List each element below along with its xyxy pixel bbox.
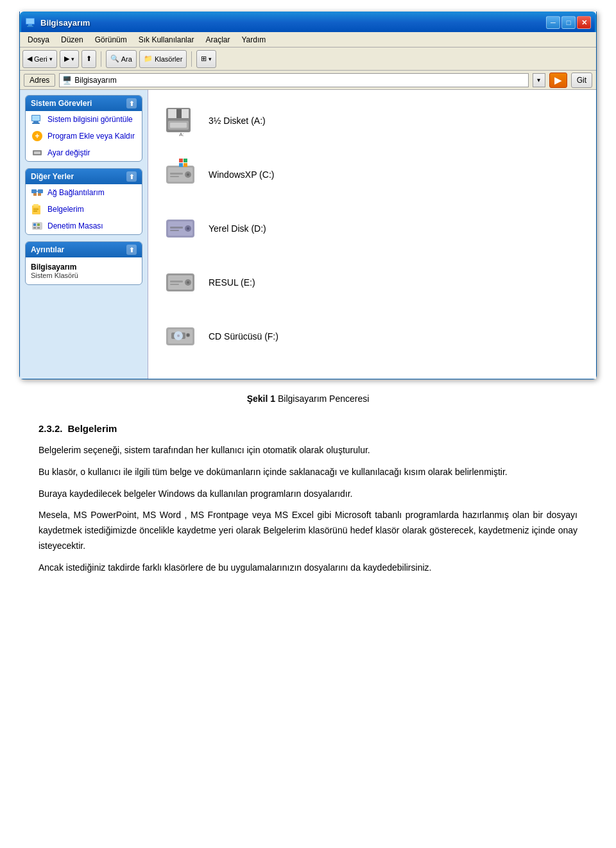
sistem-gorevleri-collapse-btn[interactable]: ⬆ bbox=[126, 98, 137, 108]
sidebar-item-program-ekle[interactable]: + Program Ekle veya Kaldır bbox=[26, 128, 142, 144]
svg-rect-24 bbox=[33, 227, 36, 229]
menu-sik-kullanilanlar[interactable]: Sık Kullanılanlar bbox=[133, 34, 200, 46]
window-title: Bilgisayarım bbox=[40, 18, 90, 28]
forward-button[interactable]: ▶ ▾ bbox=[60, 50, 79, 68]
menu-gorunum[interactable]: Görünüm bbox=[90, 34, 132, 46]
address-go-arrow[interactable]: ▶ bbox=[549, 73, 567, 88]
svg-rect-52 bbox=[170, 281, 183, 282]
svg-rect-46 bbox=[170, 227, 183, 229]
svg-rect-12 bbox=[31, 189, 37, 193]
sidebar-section-ayrintilar: Ayrıntılar ⬆ Bilgisayarım Sistem Klasörü bbox=[25, 241, 142, 285]
ayrintilar-collapse-btn[interactable]: ⬆ bbox=[126, 245, 137, 255]
ayrintilar-header[interactable]: Ayrıntılar ⬆ bbox=[26, 242, 142, 257]
svg-rect-5 bbox=[32, 116, 40, 121]
diger-yerler-label: Diğer Yerler bbox=[31, 172, 74, 181]
diger-yerler-items: Ağ Bağlantılarım Belgelerim bbox=[26, 184, 142, 234]
svg-point-58 bbox=[177, 334, 180, 337]
toolbar: ◀ Geri ▾ ▶ ▾ ⬆ 🔍 Ara 📁 Klasörler ⊞ ▾ bbox=[20, 48, 596, 71]
svg-rect-28 bbox=[176, 109, 182, 118]
toolbar-separator-1 bbox=[101, 51, 101, 67]
svg-rect-36 bbox=[170, 173, 183, 175]
svg-text:A:: A: bbox=[179, 132, 184, 137]
sistem-gorevleri-header[interactable]: Sistem Görevleri ⬆ bbox=[26, 96, 142, 111]
search-label: Ara bbox=[121, 55, 132, 63]
file-area: A: 3½ Disket (A:) bbox=[148, 90, 596, 379]
ag-baglantilari-label: Ağ Bağlantılarım bbox=[47, 188, 105, 197]
sidebar-item-sistem-bilgisi[interactable]: Sistem bilgisini görüntüle bbox=[26, 111, 142, 128]
content-area: Sistem Görevleri ⬆ Sistem bbox=[20, 90, 596, 379]
close-button[interactable]: ✕ bbox=[577, 16, 591, 29]
sidebar-section-diger-yerler: Diğer Yerler ⬆ bbox=[25, 168, 142, 235]
back-icon: ◀ bbox=[27, 55, 32, 63]
up-button[interactable]: ⬆ bbox=[81, 50, 96, 68]
ayar-label: Ayar değiştir bbox=[47, 148, 90, 157]
back-dropdown-icon: ▾ bbox=[49, 56, 53, 62]
diger-yerler-collapse-btn[interactable]: ⬆ bbox=[126, 171, 137, 182]
paragraph-2: Bu klasör, o kullanıcı ile ilgili tüm be… bbox=[38, 465, 578, 480]
forward-icon: ▶ bbox=[64, 55, 69, 63]
floppy-drive-icon: A: bbox=[164, 103, 200, 139]
maximize-button[interactable]: □ bbox=[561, 16, 576, 29]
title-bar-left: Bilgisayarım bbox=[25, 17, 90, 28]
paragraph-1: Belgelerim seçeneği, sistem tarafından h… bbox=[38, 443, 578, 458]
svg-rect-1 bbox=[26, 19, 34, 24]
menu-araclar[interactable]: Araçlar bbox=[200, 34, 235, 46]
subsection-heading-container: 2.3.2. Belgelerim bbox=[38, 423, 578, 434]
address-input-container[interactable]: 🖥️ Bilgisayarım bbox=[59, 73, 528, 87]
sistem-bilgisi-icon bbox=[31, 113, 44, 126]
section-heading-title: Belgelerim bbox=[68, 423, 117, 434]
drive-item-floppy[interactable]: A: 3½ Disket (A:) bbox=[158, 100, 586, 141]
sidebar: Sistem Görevleri ⬆ Sistem bbox=[20, 90, 148, 379]
address-dropdown-button[interactable]: ▾ bbox=[533, 73, 545, 87]
drive-item-d[interactable]: Yerel Disk (D:) bbox=[158, 208, 586, 249]
ag-baglantilari-icon bbox=[31, 186, 44, 199]
svg-rect-18 bbox=[33, 204, 38, 207]
views-button[interactable]: ⊞ ▾ bbox=[196, 50, 216, 68]
text-content-area: 2.3.2. Belgelerim Belgelerim seçeneği, s… bbox=[19, 423, 597, 576]
svg-rect-3 bbox=[27, 26, 33, 27]
search-button[interactable]: 🔍 Ara bbox=[106, 50, 137, 68]
menu-dosya[interactable]: Dosya bbox=[22, 34, 55, 46]
address-icon: 🖥️ bbox=[62, 76, 72, 85]
windows-drive-label: WindowsXP (C:) bbox=[209, 169, 274, 180]
svg-rect-13 bbox=[38, 189, 43, 193]
svg-rect-25 bbox=[37, 227, 40, 229]
section-number: 2.3.2. bbox=[38, 423, 63, 434]
belgelerim-icon bbox=[31, 203, 44, 216]
address-bar: Adres 🖥️ Bilgisayarım ▾ ▶ Git bbox=[20, 71, 596, 90]
search-icon: 🔍 bbox=[110, 55, 119, 63]
menu-duzen[interactable]: Düzen bbox=[56, 34, 89, 46]
sidebar-item-ayar[interactable]: Ayar değiştir bbox=[26, 144, 142, 161]
back-button[interactable]: ◀ Geri ▾ bbox=[22, 50, 57, 68]
svg-rect-21 bbox=[32, 222, 42, 230]
sidebar-item-denetim-masasi[interactable]: Denetim Masası bbox=[26, 218, 142, 234]
resul-drive-label: RESUL (E:) bbox=[209, 277, 255, 288]
drive-item-f[interactable]: CD Sürücüsü (F:) bbox=[158, 316, 586, 357]
svg-point-60 bbox=[187, 334, 189, 336]
paragraph-4: Mesela, MS PowerPoint, MS Word , MS Fron… bbox=[38, 508, 578, 553]
svg-rect-23 bbox=[37, 223, 40, 226]
svg-rect-15 bbox=[33, 193, 37, 196]
svg-rect-37 bbox=[170, 176, 179, 177]
drive-item-e[interactable]: RESUL (E:) bbox=[158, 262, 586, 303]
sidebar-item-belgelerim[interactable]: Belgelerim bbox=[26, 201, 142, 218]
folders-button[interactable]: 📁 Klasörler bbox=[139, 50, 187, 68]
diger-yerler-header[interactable]: Diğer Yerler ⬆ bbox=[26, 169, 142, 184]
go-label: Git bbox=[577, 76, 586, 85]
svg-rect-2 bbox=[28, 24, 32, 26]
svg-rect-41 bbox=[184, 163, 187, 167]
minimize-button[interactable]: ─ bbox=[546, 16, 560, 29]
address-value: Bilgisayarım bbox=[74, 76, 116, 85]
drive-item-c[interactable]: WindowsXP (C:) bbox=[158, 154, 586, 195]
figure-caption: Şekil 1 Bilgisayarım Penceresi bbox=[19, 394, 597, 404]
svg-rect-38 bbox=[179, 159, 183, 162]
computer-title-icon bbox=[25, 17, 37, 28]
sidebar-item-ag-baglantilari[interactable]: Ağ Bağlantılarım bbox=[26, 184, 142, 201]
local-disk-d-icon bbox=[164, 211, 200, 247]
menu-bar: Dosya Düzen Görünüm Sık Kullanılanlar Ar… bbox=[20, 32, 596, 48]
denetim-masasi-label: Denetim Masası bbox=[47, 221, 103, 230]
menu-yardim[interactable]: Yardım bbox=[236, 34, 271, 46]
go-button[interactable]: Git bbox=[571, 73, 592, 88]
local-disk-d-label: Yerel Disk (D:) bbox=[209, 223, 266, 234]
go-arrow-icon: ▶ bbox=[554, 75, 561, 85]
